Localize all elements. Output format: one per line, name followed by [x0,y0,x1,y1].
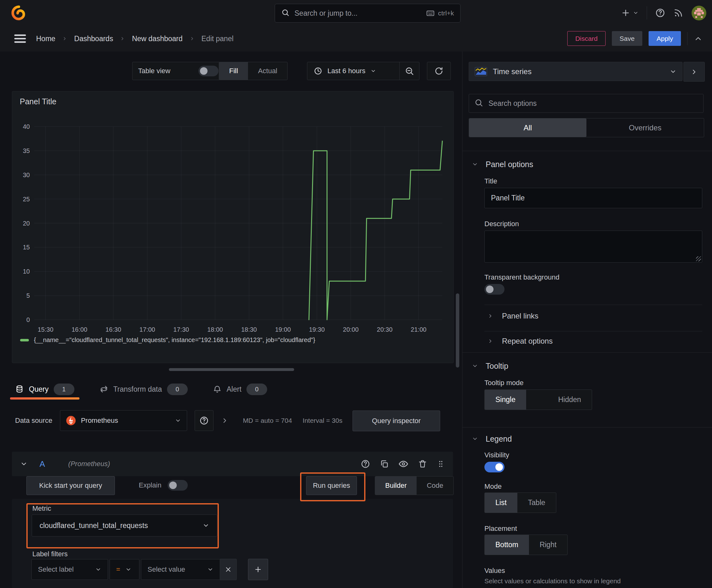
expand-options-button[interactable] [221,417,229,424]
visualization-picker[interactable]: Time series [469,62,683,81]
menu-toggle-button[interactable] [13,32,27,45]
table-view-label: Table view [138,67,170,75]
grafana-logo-icon[interactable] [11,5,27,21]
tooltip-hidden-option[interactable]: Hidden [547,390,592,410]
tab-query[interactable]: Query 1 [12,379,78,400]
toggle-viz-picker-button[interactable] [684,62,705,82]
tab-overrides[interactable]: Overrides [586,119,704,137]
query-datasource-hint: (Prometheus) [68,460,110,468]
tab-all-options[interactable]: All [469,119,586,137]
builder-option[interactable]: Builder [375,477,416,495]
datasource-picker[interactable]: Prometheus [60,410,187,431]
svg-text:25: 25 [23,196,30,203]
duplicate-query-button[interactable] [380,459,389,469]
legend-mode-table[interactable]: Table [517,493,556,512]
panel-title-input[interactable] [484,188,702,208]
time-range-picker[interactable]: Last 6 hours [307,67,399,76]
placement-bottom[interactable]: Bottom [485,535,529,555]
svg-text:17:00: 17:00 [139,326,155,333]
query-help-button[interactable] [361,459,370,469]
max-data-points-stat: MD = auto = 704 [243,417,292,424]
breadcrumb-new-dashboard[interactable]: New dashboard [132,35,182,43]
query-row-header[interactable]: A (Prometheus) [12,452,453,476]
svg-text:18:30: 18:30 [241,326,257,333]
svg-text:15: 15 [23,244,30,251]
time-series-chart[interactable]: 051015202530354015:3016:0016:3017:0017:3… [12,91,453,348]
transparent-bg-toggle[interactable] [484,284,504,295]
actual-option[interactable]: Actual [248,62,287,80]
table-view-toggle[interactable] [198,66,218,76]
avatar[interactable] [692,6,706,20]
add-filter-button[interactable] [248,559,268,580]
options-sidebar: Time series All Overrides Panel options … [462,51,712,588]
breadcrumb-dashboards[interactable]: Dashboards [74,35,113,43]
news-button[interactable] [673,8,684,18]
kick-start-query-button[interactable]: Kick start your query [26,476,115,495]
legend-item[interactable]: {__name__="cloudflared_tunnel_total_requ… [20,336,315,344]
scrollbar-thumb[interactable] [456,293,459,368]
datasource-help-button[interactable] [195,410,214,431]
placement-right[interactable]: Right [529,535,567,555]
copy-icon [380,459,389,469]
refresh-icon [434,66,444,76]
nav-divider [647,6,647,19]
search-options-input[interactable] [469,94,704,113]
query-inspector-button[interactable]: Query inspector [352,411,440,431]
datasource-name: Prometheus [81,417,170,425]
legend-section-header[interactable]: Legend [472,432,512,445]
tooltip-section-header[interactable]: Tooltip [472,359,508,373]
delete-query-button[interactable] [418,459,427,469]
toggle-knob [495,463,503,471]
tooltip-single-option[interactable]: Single [485,390,526,410]
panel-resize-handle[interactable] [169,368,294,371]
panel-options-section-header[interactable]: Panel options [472,158,533,171]
refresh-button[interactable] [427,62,451,80]
save-button[interactable]: Save [612,31,643,46]
svg-text:40: 40 [23,123,30,130]
global-search-input[interactable]: Search or jump to... ctrl+k [275,4,460,23]
panel-links-section[interactable]: Panel links [488,310,538,322]
code-option[interactable]: Code [416,477,453,495]
svg-text:10: 10 [23,268,30,275]
panel-links-label: Panel links [502,312,538,320]
operator-value: = [116,565,120,573]
zoom-out-time-button[interactable] [399,62,419,80]
discard-button[interactable]: Discard [567,31,605,46]
tab-alert[interactable]: Alert 0 [210,379,270,400]
explain-toggle[interactable] [168,480,188,491]
toggle-knob [486,286,494,293]
tab-transform-data[interactable]: Transform data 0 [96,379,191,400]
panel-description-textarea[interactable] [484,231,702,262]
legend-mode-list[interactable]: List [485,493,517,512]
add-button[interactable] [621,8,639,18]
fill-option[interactable]: Fill [219,62,248,80]
breadcrumb-home[interactable]: Home [36,35,55,43]
legend-visibility-toggle[interactable] [484,462,504,472]
toggle-knob [169,482,177,489]
transform-count-badge: 0 [167,383,188,395]
select-label-dropdown[interactable]: Select label [31,559,108,580]
metric-select[interactable]: cloudflared_tunnel_total_requests [32,514,217,537]
search-icon [474,98,483,109]
operator-dropdown[interactable]: = [110,559,139,580]
apply-button[interactable]: Apply [649,31,681,46]
drag-query-handle[interactable] [437,459,445,469]
time-range-group: Last 6 hours [307,62,419,80]
run-queries-button[interactable]: Run queries [306,476,357,495]
select-value-dropdown[interactable]: Select value [141,559,220,580]
textarea-resize-grip[interactable] [696,256,701,261]
collapse-header-button[interactable] [694,34,703,43]
chevron-right-icon [221,417,229,424]
tab-query-label: Query [29,385,49,394]
description-field-label: Description [484,220,519,228]
transform-icon [100,385,108,394]
repeat-options-section[interactable]: Repeat options [488,335,553,348]
svg-text:16:30: 16:30 [106,326,121,333]
tooltip-all-option[interactable] [526,390,547,410]
remove-filter-button[interactable] [220,559,237,580]
toggle-query-visibility-button[interactable] [398,459,408,469]
options-scope-tabs: All Overrides [469,118,704,137]
help-button[interactable] [655,8,665,18]
title-field-label: Title [484,177,497,185]
chevron-down-icon [472,363,478,369]
